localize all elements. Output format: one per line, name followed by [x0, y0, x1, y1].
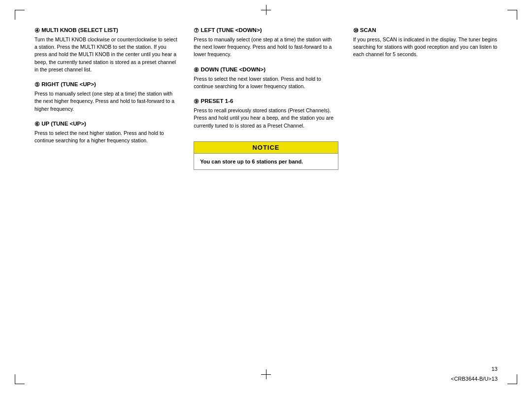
section-10-title: ⑩ SCAN	[353, 27, 498, 34]
crosshair-bottom	[261, 369, 271, 379]
corner-mark-tr	[507, 10, 517, 20]
section-10-num: ⑩	[353, 27, 359, 34]
section-7-num: ⑦	[194, 27, 199, 34]
corner-mark-tl	[15, 10, 25, 20]
section-4-num: ④	[34, 27, 40, 34]
section-7-title: ⑦ LEFT (TUNE <DOWN>)	[194, 27, 338, 34]
corner-mark-bl	[15, 374, 25, 384]
notice-container: NOTICE You can store up to 6 stations pe…	[194, 141, 338, 170]
section-8-num: ⑧	[194, 66, 199, 73]
section-9-body: Press to recall previously stored statio…	[194, 107, 338, 130]
page-number: 13	[492, 366, 498, 372]
section-10-body: If you press, SCAN is indicated in the d…	[353, 36, 498, 59]
section-8: ⑧ DOWN (TUNE <DOWN>) Press to select the…	[194, 66, 338, 90]
column-3: ⑩ SCAN If you press, SCAN is indicated i…	[353, 27, 498, 355]
section-4-body: Turn the MULTI KNOB clockwise or counter…	[34, 36, 179, 73]
section-5: ⑤ RIGHT (TUNE <UP>) Press to manually se…	[34, 81, 179, 113]
section-5-title: ⑤ RIGHT (TUNE <UP>)	[34, 81, 179, 88]
section-6-title: ⑥ UP (TUNE <UP>)	[34, 121, 179, 128]
section-9-num: ⑨	[194, 98, 199, 105]
page: ④ MULTI KNOB (SELECT LIST) Turn the MULT…	[0, 0, 532, 394]
section-7-body: Press to manually select (one step at a …	[194, 36, 338, 59]
section-9: ⑨ PRESET 1-6 Press to recall previously …	[194, 98, 338, 130]
section-9-title: ⑨ PRESET 1-6	[194, 98, 338, 105]
section-6-num: ⑥	[34, 121, 40, 128]
section-5-num: ⑤	[34, 81, 40, 88]
section-7: ⑦ LEFT (TUNE <DOWN>) Press to manually s…	[194, 27, 338, 59]
section-6-body: Press to select the next higher station.…	[34, 130, 179, 144]
section-5-body: Press to manually select (one step at a …	[34, 90, 179, 113]
corner-mark-br	[507, 374, 517, 384]
section-8-title: ⑧ DOWN (TUNE <DOWN>)	[194, 66, 338, 73]
column-2: ⑦ LEFT (TUNE <DOWN>) Press to manually s…	[194, 27, 338, 355]
section-8-body: Press to select the next lower station. …	[194, 75, 338, 90]
main-content: ④ MULTI KNOB (SELECT LIST) Turn the MULT…	[34, 27, 498, 355]
section-10: ⑩ SCAN If you press, SCAN is indicated i…	[353, 27, 498, 59]
notice-body: You can store up to 6 stations per band.	[194, 154, 338, 170]
footer-model: <CRB3644-B/U>13	[451, 376, 498, 382]
section-4-title: ④ MULTI KNOB (SELECT LIST)	[34, 27, 179, 34]
column-1: ④ MULTI KNOB (SELECT LIST) Turn the MULT…	[34, 27, 179, 355]
notice-header: NOTICE	[194, 141, 338, 154]
crosshair-top	[261, 5, 271, 15]
section-6: ⑥ UP (TUNE <UP>) Press to select the nex…	[34, 121, 179, 144]
section-4: ④ MULTI KNOB (SELECT LIST) Turn the MULT…	[34, 27, 179, 73]
